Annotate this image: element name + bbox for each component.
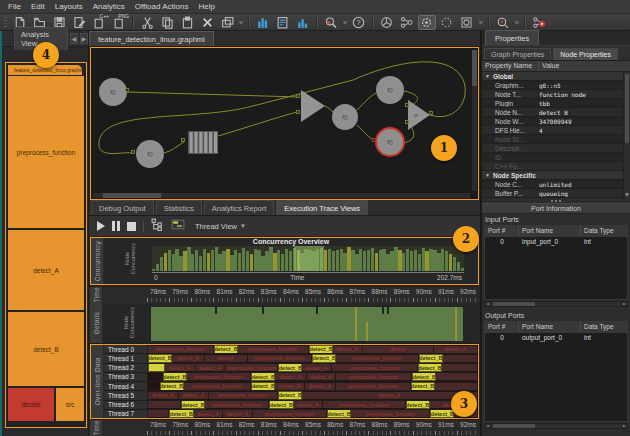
trace-segment[interactable]: preprocess_function xyxy=(148,346,214,353)
node-detect-b-top[interactable]: f() xyxy=(376,76,404,104)
property-group-global[interactable]: ▼Global xyxy=(482,72,623,81)
trace-segment[interactable]: preprocess_function xyxy=(248,355,312,362)
trace-segment[interactable] xyxy=(148,410,169,417)
duplicate-window-icon[interactable] xyxy=(218,15,236,30)
treemap-src[interactable]: src xyxy=(56,388,84,421)
delete-icon[interactable] xyxy=(198,15,216,30)
trace-segment[interactable]: detect_A xyxy=(302,364,332,371)
node-join[interactable] xyxy=(301,90,325,122)
trace-segment[interactable]: detect_B xyxy=(160,382,184,390)
trace-segment[interactable]: detect_A xyxy=(165,364,196,371)
trace-segment[interactable]: preprocess_function xyxy=(238,346,309,353)
property-group-node-specific[interactable]: ▼Node Specific xyxy=(482,171,623,180)
input-ports-hscrollbar[interactable] xyxy=(484,301,628,307)
over-time-strip[interactable]: Over-time Data xyxy=(91,345,104,418)
time-selection-region[interactable] xyxy=(294,246,324,271)
help-icon[interactable]: ? xyxy=(350,15,368,30)
graph-port[interactable] xyxy=(132,151,135,154)
trace-segment[interactable]: detect_A xyxy=(194,410,224,417)
tree-view-icon[interactable] xyxy=(151,217,164,235)
stop-icon[interactable] xyxy=(127,222,136,231)
time-strip[interactable]: Time xyxy=(90,420,103,436)
trace-segment[interactable]: preprocess_function xyxy=(184,383,252,390)
property-row[interactable]: Plugintbb xyxy=(482,99,623,108)
trace-segment[interactable]: preprocess_function xyxy=(253,410,327,417)
trace-segment[interactable]: detect_B xyxy=(278,364,302,372)
treemap-detect-b[interactable]: detect_B xyxy=(8,312,84,386)
trace-segment[interactable]: preprocess_function xyxy=(323,401,406,408)
search-icon[interactable] xyxy=(322,15,340,30)
property-row[interactable]: Node T...function_node xyxy=(482,90,623,99)
graph-port[interactable] xyxy=(126,89,129,92)
flame-graph-icon[interactable] xyxy=(254,15,272,30)
scroll-right-icon[interactable] xyxy=(623,425,626,427)
node-src[interactable]: f() xyxy=(99,78,127,106)
tab-scroll-right-icon[interactable]: ▶ xyxy=(80,33,88,44)
trace-segment[interactable]: detect_A xyxy=(275,383,305,390)
circular-layout-icon[interactable] xyxy=(418,15,436,30)
trace-segment[interactable]: detect_B xyxy=(309,345,333,353)
trace-segment[interactable]: detect_A xyxy=(223,410,253,417)
trace-segment[interactable] xyxy=(436,373,478,380)
graph-edge[interactable] xyxy=(357,93,376,110)
scroll-right-icon[interactable] xyxy=(623,303,626,305)
trace-segment[interactable]: detect_A xyxy=(434,346,478,353)
graph-port[interactable] xyxy=(406,121,409,124)
trace-segment[interactable]: preprocess_function xyxy=(187,373,251,380)
trace-segment[interactable]: preprocess_function xyxy=(209,392,278,399)
export-cpp-icon[interactable]: C++ xyxy=(90,15,108,30)
trace-segment[interactable]: detect_B xyxy=(412,373,436,381)
trace-segment[interactable]: detect_A xyxy=(333,346,363,353)
toolbar-overflow-icon[interactable]: » xyxy=(477,19,485,26)
port-row[interactable]: 0output_port_0int xyxy=(485,333,627,343)
copy-icon[interactable] xyxy=(158,15,176,30)
tab-graphml-file[interactable]: feature_detection_linux.graphml xyxy=(89,31,214,46)
trace-segment[interactable]: preprocess_function xyxy=(336,355,419,362)
pause-icon[interactable] xyxy=(112,221,120,231)
trace-segment[interactable]: preprocess_function xyxy=(336,373,412,380)
node-or[interactable]: or xyxy=(408,100,430,130)
toolbar-overflow-icon[interactable]: » xyxy=(341,19,349,26)
trace-segment[interactable]: preprocess_function xyxy=(351,410,430,417)
property-row[interactable]: Node St... xyxy=(482,135,623,144)
menu-file[interactable]: File xyxy=(3,2,26,11)
graph-port[interactable] xyxy=(297,95,300,98)
play-icon[interactable] xyxy=(97,221,105,231)
toolbar-overflow-icon[interactable]: » xyxy=(237,19,245,26)
scroll-left-icon[interactable] xyxy=(486,303,489,305)
column-property-name[interactable]: Property Name xyxy=(482,61,539,71)
scroll-left-icon[interactable] xyxy=(486,425,489,427)
property-row[interactable]: C++ Fu... xyxy=(482,162,623,171)
graph-canvas[interactable]: f()f()f()f()f()or xyxy=(90,47,479,200)
trace-segment[interactable]: detect_A xyxy=(275,373,306,380)
details-strip[interactable]: Details xyxy=(90,303,103,343)
menu-offload-actions[interactable]: Offload Actions xyxy=(130,2,194,11)
output-ports-hscrollbar[interactable] xyxy=(484,423,628,429)
grid-layout-icon[interactable] xyxy=(458,15,476,30)
tab-properties[interactable]: Properties xyxy=(485,30,539,45)
property-row[interactable]: Descript... xyxy=(482,144,623,153)
trace-segment[interactable]: detect_B xyxy=(418,364,442,372)
ring-layout-icon[interactable] xyxy=(438,15,456,30)
trace-segment[interactable]: detect_A xyxy=(294,401,324,408)
trace-segment[interactable]: detect_B xyxy=(406,401,430,409)
tab-debug-output[interactable]: Debug Output xyxy=(91,200,154,215)
trace-segment[interactable]: preprocess_function xyxy=(205,401,269,408)
property-table-scrollbar[interactable] xyxy=(623,72,630,198)
trace-segment[interactable]: detect_A xyxy=(305,383,336,390)
trace-segment[interactable]: detect_B xyxy=(214,345,238,353)
report-list-icon[interactable] xyxy=(274,15,292,30)
trace-segment[interactable]: detect_A xyxy=(179,392,209,399)
paste-icon[interactable] xyxy=(178,15,196,30)
trace-segment[interactable]: detect_A xyxy=(172,355,205,362)
port-row[interactable]: 0input_port_0int xyxy=(485,237,627,247)
treemap-preprocess-function[interactable]: preprocess_function xyxy=(8,76,84,228)
graph-vertical-scrollbar[interactable] xyxy=(472,50,477,191)
graph-port[interactable] xyxy=(297,111,300,114)
time-strip[interactable]: Time xyxy=(90,287,103,303)
node-detect-b[interactable]: f() xyxy=(376,128,404,156)
graph-edge[interactable] xyxy=(218,112,297,136)
toolbar-grip[interactable] xyxy=(4,17,7,28)
export-edit-icon[interactable] xyxy=(70,15,88,30)
tab-execution-trace-views[interactable]: Execution Trace Views xyxy=(276,200,368,215)
